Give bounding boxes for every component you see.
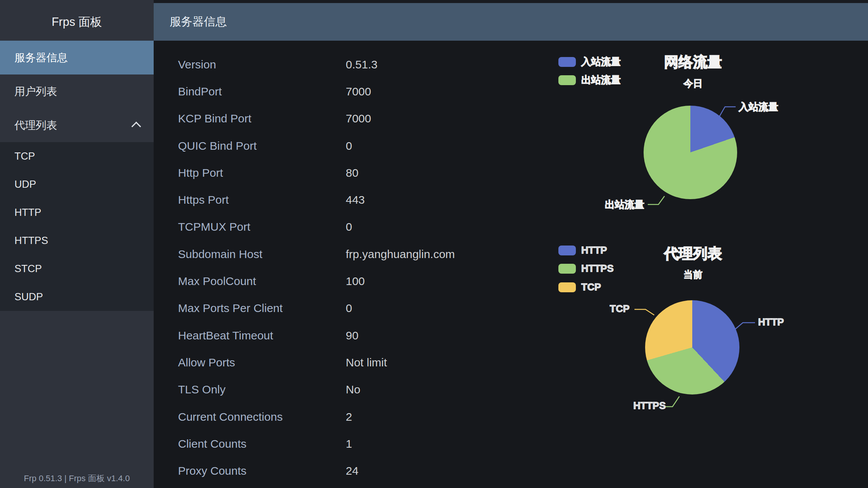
sidebar-item-user-list[interactable]: 用户列表 [0,74,154,108]
legend-item-https[interactable]: HTTPS [558,263,614,274]
sidebar-menu: 服务器信息 用户列表 代理列表 TCP UDP HTTP [0,41,154,311]
row-value: 7000 [346,112,371,125]
sidebar-item-udp[interactable]: UDP [0,170,154,198]
table-row: Proxy Counts24 [154,457,557,484]
sidebar-item-proxy-list[interactable]: 代理列表 [0,108,154,142]
legend-item-outbound[interactable]: 出站流量 [558,73,621,87]
leader-line-tcp [634,309,654,315]
row-label: Subdomain Host [178,248,262,261]
sidebar-item-https[interactable]: HTTPS [0,227,154,255]
pie-label-tcp: TCP [610,303,630,315]
sidebar-item-sudp[interactable]: SUDP [0,283,154,311]
sidebar-item-label: 用户列表 [14,84,57,99]
table-row: Allow PortsNot limit [154,349,557,376]
row-value: 7000 [346,85,371,98]
leader-line-inbound [719,107,736,117]
sidebar-item-stcp[interactable]: STCP [0,255,154,283]
row-value: 90 [346,329,358,342]
table-row: KCP Bind Port7000 [154,105,557,132]
row-value: 1 [346,437,352,450]
leader-line-outbound [648,196,665,204]
submenu-item-label: TCP [14,151,35,162]
page-title: 服务器信息 [170,14,227,30]
legend-label: 入站流量 [581,55,621,68]
page-header: 服务器信息 [154,3,868,41]
row-value: 100 [346,275,365,288]
table-row: TLS OnlyNo [154,376,557,403]
sidebar-item-label: 代理列表 [14,118,57,133]
legend-label: HTTPS [581,263,614,274]
server-info-table: Version0.51.3 BindPort7000 KCP Bind Port… [154,51,557,485]
table-row: Https Port443 [154,186,557,213]
row-label: QUIC Bind Port [178,139,257,152]
row-label: Max Ports Per Client [178,302,283,315]
row-value: 24 [346,464,358,477]
pie-label-http: HTTP [758,316,784,328]
row-value: 2 [346,410,352,423]
pie-label-inbound: 入站流量 [739,100,778,114]
legend-swatch-icon [558,75,576,85]
row-value: 443 [346,193,365,206]
row-label: Max PoolCount [178,275,256,288]
row-value: No [346,383,360,396]
leader-line-https [666,396,679,407]
table-row: HeartBeat Timeout90 [154,322,557,349]
row-label: Allow Ports [178,356,235,369]
row-label: Current Connections [178,410,283,423]
row-label: HeartBeat Timeout [178,329,273,342]
sidebar-item-http[interactable]: HTTP [0,198,154,227]
row-label: Https Port [178,193,229,206]
table-row: TCPMUX Port0 [154,214,557,241]
table-row: Max PoolCount100 [154,268,557,295]
row-label: TLS Only [178,383,226,396]
leader-line-http [735,323,755,329]
legend-swatch-icon [558,282,576,292]
legend-label: 出站流量 [581,73,621,87]
chart-subtitle-current: 当前 [632,268,754,281]
row-value: 80 [346,166,358,179]
legend-label: TCP [581,281,601,293]
app-title: Frps 面板 [0,3,154,41]
chevron-up-icon [131,122,141,131]
network-traffic-pie[interactable] [644,106,737,199]
row-value: frp.yanghuanglin.com [346,248,455,261]
proxy-submenu: TCP UDP HTTP HTTPS STCP SUDP [0,142,154,311]
table-row: BindPort7000 [154,78,557,105]
row-value: 0 [346,302,352,315]
table-row: Current Connections2 [154,403,557,430]
row-label: TCPMUX Port [178,220,250,233]
submenu-item-label: HTTP [14,207,41,219]
sidebar-item-tcp[interactable]: TCP [0,142,154,170]
version-footer: Frp 0.51.3 | Frps 面板 v1.4.0 [0,473,154,484]
legend-label: HTTP [581,244,607,256]
chart-title-proxy-list: 代理列表 [632,244,754,263]
sidebar: Frps 面板 服务器信息 用户列表 代理列表 TCP UDP [0,0,154,488]
proxy-list-pie[interactable] [645,300,739,395]
chart-title-network-traffic: 网络流量 [632,52,754,72]
row-label: Http Port [178,166,223,179]
pie-label-outbound: 出站流量 [605,198,644,211]
table-row: Client Counts1 [154,430,557,457]
row-value: 0 [346,220,352,233]
submenu-item-label: HTTPS [14,235,48,247]
legend-swatch-icon [558,264,576,274]
table-row: Subdomain Hostfrp.yanghuanglin.com [154,241,557,268]
row-value: 0.51.3 [346,58,377,71]
row-label: Version [178,58,216,71]
row-label: Proxy Counts [178,464,246,477]
legend-swatch-icon [558,57,576,67]
pie-label-https: HTTPS [633,400,666,412]
chart-subtitle-today: 今日 [632,77,754,90]
submenu-item-label: SUDP [14,291,43,303]
legend-item-http[interactable]: HTTP [558,244,607,256]
table-row: Version0.51.3 [154,51,557,78]
legend-swatch-icon [558,246,576,255]
legend-item-inbound[interactable]: 入站流量 [558,55,621,68]
row-value: 0 [346,139,352,152]
frps-dashboard: Frps 面板 服务器信息 用户列表 代理列表 TCP UDP [0,0,868,488]
table-row: Max Ports Per Client0 [154,295,557,322]
table-row: Http Port80 [154,159,557,186]
sidebar-item-server-info[interactable]: 服务器信息 [0,41,154,74]
sidebar-item-label: 服务器信息 [14,51,68,65]
legend-item-tcp[interactable]: TCP [558,281,601,293]
